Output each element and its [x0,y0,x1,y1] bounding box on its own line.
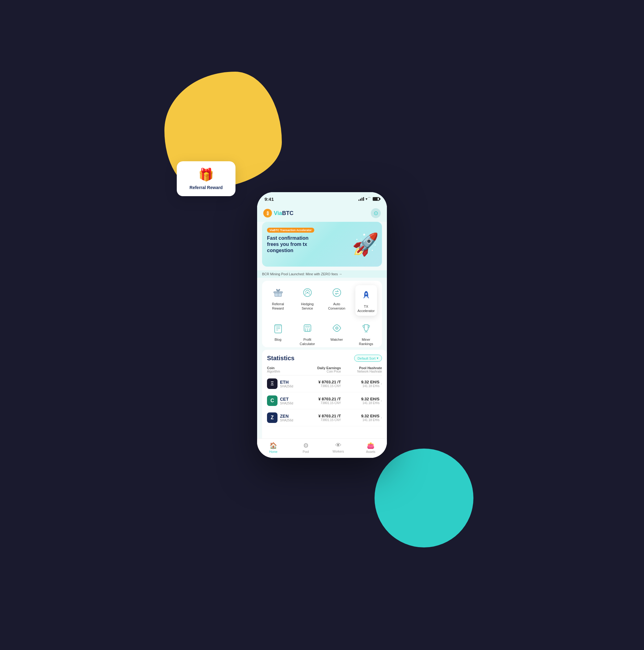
blob-teal [374,448,473,547]
assets-icon: 👛 [367,442,374,449]
sidebar-item-profit-calculator[interactable]: ProfitCalculator [297,321,318,346]
earnings-main: ¥ 8703.21 /T [300,414,341,418]
bitcoin-logo-icon: ₿ [263,209,272,217]
eye-icon [329,321,344,335]
coin-name: ETH [280,380,293,385]
svg-point-4 [307,292,308,293]
sidebar-item-miner-rankings[interactable]: MinerRankings [355,321,377,346]
promo-banner[interactable]: ViaBTC Transaction Accelerator Fast conf… [262,222,382,266]
coin-logo: C [267,395,278,406]
app-header: ₿ ViaBTC ⊙ [257,206,387,222]
svg-point-20 [309,330,310,331]
sidebar-item-hedging[interactable]: HedgingService [297,285,318,316]
hashrate-sub: 141.18 EH/s [361,401,380,405]
coin-algo: SHA256d [280,385,293,388]
sidebar-item-referral[interactable]: ReferralReward [267,285,289,316]
blog-label: Blog [275,337,281,342]
coin-rows-container: Ξ ETH SHA256d ¥ 8703.21 /T 73801.15 CNY … [267,375,382,426]
miner-rankings-label: MinerRankings [359,337,373,346]
bottom-nav: 🏠 Home ⚙ Pool 👁 Workers 👛 Assets [257,438,387,458]
assets-label: Assets [366,450,375,454]
hedging-icon [300,285,315,300]
referral-gift-icon: 🎁 [199,168,214,182]
sidebar-item-auto-conversion[interactable]: AutoConversion [326,285,348,316]
sort-button[interactable]: Default Sort ▾ [354,355,382,362]
tx-accelerator-label: TXAccelerator [358,304,375,313]
coin-algo: SHA256d [280,419,293,422]
coin-logo: Z [267,412,278,423]
logo-via: Via [274,210,282,216]
svg-point-18 [305,330,306,331]
referral-float-card[interactable]: 🎁 Referral Reward [177,161,236,196]
svg-point-15 [305,328,306,329]
status-icons: ▾⌒ [358,196,380,202]
hashrate-main: 9.32 EH/S [361,397,380,401]
sidebar-item-blog[interactable]: Blog [267,321,289,346]
row-chevron-icon: › [381,399,382,403]
hashrate-sub: 141.18 EH/s [361,418,380,422]
logo: ₿ ViaBTC [263,209,294,217]
status-time: 9:41 [264,196,274,202]
nav-item-workers[interactable]: 👁 Workers [322,440,354,455]
logo-btc: BTC [282,210,294,216]
conversion-icon [329,285,344,300]
earnings-sub: 73801.15 CNY [300,418,341,422]
hedging-label: HedgingService [301,302,314,311]
home-icon: 🏠 [270,442,277,449]
blog-icon [271,321,286,335]
trophy-icon [359,321,373,335]
pool-icon: ⚙ [303,442,309,449]
signal-bars-icon [358,197,364,201]
pool-label: Pool [302,450,309,454]
coin-name: ZEN [280,414,293,419]
statistics-section: Statistics Default Sort ▾ Coin Algorithm… [262,350,387,438]
hashrate-main: 9.32 EH/S [361,414,380,418]
row-chevron-icon: › [381,416,382,420]
coin-info: C CET SHA256d [267,395,300,406]
nav-item-pool[interactable]: ⚙ Pool [290,440,322,455]
referral-label: ReferralReward [272,302,284,311]
wifi-icon: ▾⌒ [365,196,371,202]
banner-title: Fast confirmation frees you from tx cong… [267,235,316,254]
coin-hashrate: 9.32 EH/S 141.18 EH/s › [341,414,382,422]
stats-header: Statistics Default Sort ▾ [267,355,382,362]
workers-icon: 👁 [335,442,342,449]
coin-logo: Ξ [267,378,278,389]
profit-calculator-label: ProfitCalculator [300,337,315,346]
coin-hashrate: 9.32 EH/S 141.18 EH/s › [341,380,382,388]
earnings-main: ¥ 8703.21 /T [300,380,341,384]
avatar-icon: ⊙ [373,210,378,217]
svg-point-16 [307,328,308,329]
coin-earnings: ¥ 8703.21 /T 73801.15 CNY [300,414,341,422]
table-header: Coin Algorithm Daily Earnings Coin Price… [267,365,382,375]
sort-label: Default Sort [358,357,375,360]
avatar-button[interactable]: ⊙ [371,208,381,218]
nav-item-assets[interactable]: 👛 Assets [354,440,387,455]
stats-title: Statistics [267,355,294,362]
svg-point-19 [307,330,308,331]
svg-point-5 [333,289,341,296]
nav-item-home[interactable]: 🏠 Home [257,440,290,455]
svg-rect-12 [275,325,281,327]
phone-shell: 9:41 ▾⌒ ₿ ViaB [257,192,387,458]
sidebar-item-watcher[interactable]: Watcher [326,321,348,346]
table-row[interactable]: C CET SHA256d ¥ 8703.21 /T 73801.15 CNY … [267,392,382,409]
table-row[interactable]: Z ZEN SHA256d ¥ 8703.21 /T 73801.15 CNY … [267,409,382,426]
coin-info: Ξ ETH SHA256d [267,378,300,389]
hashrate-sub: 141.18 EH/s [361,384,380,388]
sidebar-item-tx-accelerator[interactable]: TXAccelerator [355,285,377,316]
tx-accelerator-icon [359,288,373,302]
referral-card-label: Referral Reward [189,185,222,190]
calculator-icon [300,321,315,335]
earnings-sub: 73801.15 CNY [300,401,341,405]
earnings-sub: 73801.15 CNY [300,384,341,388]
marquee-bar: BCR Mining Pool Launched: Mine with ZERO… [257,270,387,278]
table-row[interactable]: Ξ ETH SHA256d ¥ 8703.21 /T 73801.15 CNY … [267,375,382,392]
svg-point-7 [365,293,367,295]
coin-name: CET [280,397,293,402]
banner-tag: ViaBTC Transaction Accelerator [267,228,314,232]
watcher-label: Watcher [330,337,343,342]
auto-conversion-label: AutoConversion [328,302,346,311]
coin-earnings: ¥ 8703.21 /T 73801.15 CNY [300,380,341,388]
svg-point-17 [309,328,310,329]
